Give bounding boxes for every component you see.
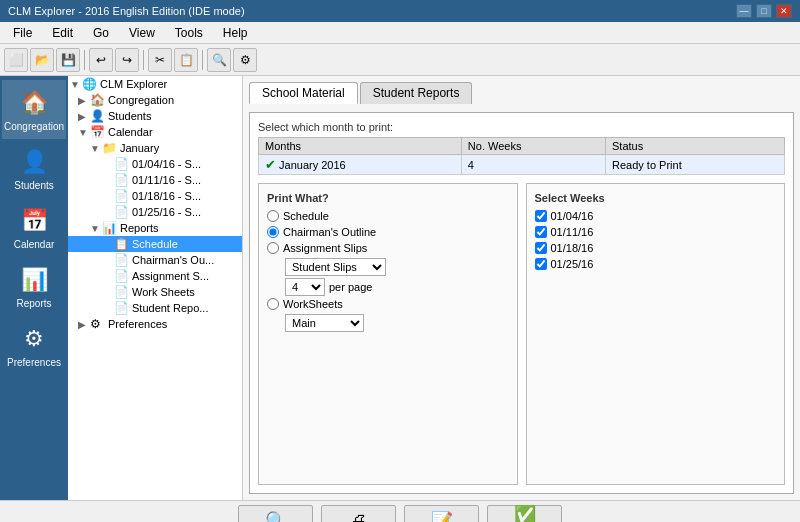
month-section-label: Select which month to print: [258,121,785,133]
preferences-icon: ⚙ [18,323,50,355]
toolbar-save[interactable]: 💾 [56,48,80,72]
month-name: January 2016 [279,159,346,171]
month-table: Months No. Weeks Status ✔ January 2016 4… [258,137,785,175]
expand-calendar: ▼ [78,127,90,138]
week-check-0104[interactable]: 01/04/16 [535,210,777,222]
toolbar-search[interactable]: 🔍 [207,48,231,72]
print-button[interactable]: 🖨 Print [321,505,396,522]
radio-schedule[interactable]: Schedule [267,210,509,222]
tree-item-january[interactable]: ▼ 📁 January [68,140,242,156]
tab-bar: School Material Student Reports [249,82,794,104]
week-check-0125[interactable]: 01/25/16 [535,258,777,270]
per-page-label: per page [329,281,372,293]
reminders-button[interactable]: 📝 Reminders [404,505,479,522]
toolbar-copy[interactable]: 📋 [174,48,198,72]
per-page-select[interactable]: 1 2 4 6 [285,278,325,296]
radio-slips-input[interactable] [267,242,279,254]
congregation-tree-icon: 🏠 [90,93,106,107]
tree-item-0125[interactable]: 📄 01/25/16 - S... [68,204,242,220]
col-status: Status [605,138,784,155]
week-checkbox-0125[interactable] [535,258,547,270]
sidebar-item-reports[interactable]: 📊 Reports [2,257,66,316]
week-checkbox-0111[interactable] [535,226,547,238]
sidebar-item-congregation[interactable]: 🏠 Congregation [2,80,66,139]
toolbar-new[interactable]: ⬜ [4,48,28,72]
radio-assignmentslips[interactable]: Assignment Slips [267,242,509,254]
mark-printed-button[interactable]: ✅ Mark as Printed [487,505,562,522]
tree-item-schedule[interactable]: 📋 Schedule [68,236,242,252]
sidebar-item-students[interactable]: 👤 Students [2,139,66,198]
radio-schedule-input[interactable] [267,210,279,222]
menu-edit[interactable]: Edit [43,23,82,43]
tab-school-material[interactable]: School Material [249,82,358,104]
mark-printed-icon: ✅ [514,504,536,522]
menu-file[interactable]: File [4,23,41,43]
tree-item-0118[interactable]: 📄 01/18/16 - S... [68,188,242,204]
tree-item-reports[interactable]: ▼ 📊 Reports [68,220,242,236]
tree-panel: ▼ 🌐 CLM Explorer ▶ 🏠 Congregation ▶ 👤 St… [68,76,243,500]
content-area: School Material Student Reports Select w… [243,76,800,500]
january-icon: 📁 [102,141,118,155]
toolbar-open[interactable]: 📂 [30,48,54,72]
window-controls: — □ ✕ [736,4,792,18]
title-bar: CLM Explorer - 2016 English Edition (IDE… [0,0,800,22]
menu-help[interactable]: Help [214,23,257,43]
toolbar-redo[interactable]: ↪ [115,48,139,72]
week-checkbox-0104[interactable] [535,210,547,222]
week-check-0118[interactable]: 01/18/16 [535,242,777,254]
close-button[interactable]: ✕ [776,4,792,18]
menu-view[interactable]: View [120,23,164,43]
students-tree-icon: 👤 [90,109,106,123]
radio-schedule-label: Schedule [283,210,329,222]
select-weeks-header: Select Weeks [535,192,777,204]
sidebar-label-calendar: Calendar [14,239,55,250]
tree-item-chairmans[interactable]: 📄 Chairman's Ou... [68,252,242,268]
toolbar-cut[interactable]: ✂ [148,48,172,72]
tree-item-preferences[interactable]: ▶ ⚙ Preferences [68,316,242,332]
tab-student-reports[interactable]: Student Reports [360,82,473,104]
toolbar: ⬜ 📂 💾 ↩ ↪ ✂ 📋 🔍 ⚙ [0,44,800,76]
schedule-0118-label: 01/18/16 - S... [132,190,201,202]
radio-worksheets-input[interactable] [267,298,279,310]
slip-type-select[interactable]: Student Slips Chairman Slips All Slips [285,258,386,276]
reports-icon: 📊 [18,264,50,296]
col-months: Months [259,138,462,155]
tree-item-0111[interactable]: 📄 01/11/16 - S... [68,172,242,188]
menu-bar: File Edit Go View Tools Help [0,22,800,44]
tree-item-calendar[interactable]: ▼ 📅 Calendar [68,124,242,140]
menu-go[interactable]: Go [84,23,118,43]
january-label: January [120,142,159,154]
tree-item-congregation[interactable]: ▶ 🏠 Congregation [68,92,242,108]
radio-worksheets[interactable]: WorkSheets [267,298,509,310]
tree-item-students[interactable]: ▶ 👤 Students [68,108,242,124]
toolbar-settings[interactable]: ⚙ [233,48,257,72]
minimize-button[interactable]: — [736,4,752,18]
worksheet-type-select[interactable]: Main Secondary [285,314,364,332]
radio-chairmans[interactable]: Chairman's Outline [267,226,509,238]
left-sidebar: 🏠 Congregation 👤 Students 📅 Calendar 📊 R… [0,76,68,500]
tree-item-studentreports[interactable]: 📄 Student Repo... [68,300,242,316]
week-check-0111[interactable]: 01/11/16 [535,226,777,238]
sidebar-item-calendar[interactable]: 📅 Calendar [2,198,66,257]
tree-item-assignmentslips[interactable]: 📄 Assignment S... [68,268,242,284]
students-tree-label: Students [108,110,151,122]
calendar-tree-label: Calendar [108,126,153,138]
sidebar-item-preferences[interactable]: ⚙ Preferences [2,316,66,375]
week-checkbox-0118[interactable] [535,242,547,254]
students-icon: 👤 [18,146,50,178]
week-label-0104: 01/04/16 [551,210,594,222]
tree-item-clm-explorer[interactable]: ▼ 🌐 CLM Explorer [68,76,242,92]
toolbar-undo[interactable]: ↩ [89,48,113,72]
preview-button[interactable]: 🔍 Preview [238,505,313,522]
menu-tools[interactable]: Tools [166,23,212,43]
calendar-icon: 📅 [18,205,50,237]
chairmans-icon: 📄 [114,253,130,267]
chairmans-label: Chairman's Ou... [132,254,214,266]
radio-chairmans-input[interactable] [267,226,279,238]
expand-preferences: ▶ [78,319,90,330]
month-row[interactable]: ✔ January 2016 4 Ready to Print [259,155,785,175]
maximize-button[interactable]: □ [756,4,772,18]
tree-item-0104[interactable]: 📄 01/04/16 - S... [68,156,242,172]
schedule-0125-label: 01/25/16 - S... [132,206,201,218]
tree-item-worksheets[interactable]: 📄 Work Sheets [68,284,242,300]
